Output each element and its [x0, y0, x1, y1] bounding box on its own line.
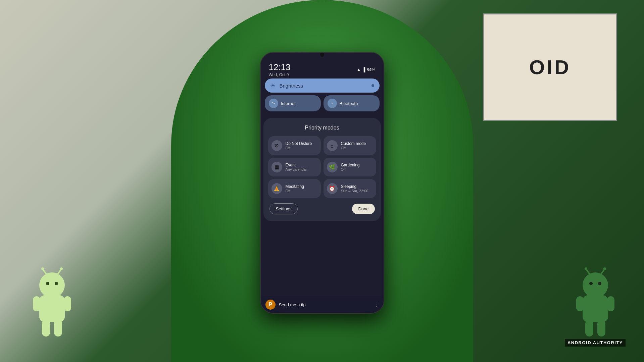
status-date: Wed, Oct 9 [269, 72, 291, 77]
svg-rect-21 [607, 296, 614, 311]
quick-tiles-row: 〜 Internet ᛫ Bluetooth [265, 95, 380, 111]
internet-tile[interactable]: 〜 Internet [265, 95, 321, 111]
phone-screen: 12:13 Wed, Oct 9 ▲ ▐ 84% ☀ Brightness 〜 … [261, 53, 384, 313]
svg-rect-8 [33, 296, 40, 311]
event-text: Event Any calendar [286, 163, 307, 171]
mode-event[interactable]: ▦ Event Any calendar [268, 158, 321, 176]
tip-icon: P [265, 300, 276, 310]
battery-percent: 84% [366, 67, 375, 72]
svg-rect-7 [39, 295, 65, 322]
svg-rect-10 [42, 320, 50, 337]
tip-bar: P Send me a tip ⋮ [261, 296, 384, 313]
svg-line-5 [58, 269, 61, 274]
custom-mode-icon: ⌂ [327, 140, 338, 151]
gardening-text: Gardening Off [341, 163, 360, 171]
gardening-name: Gardening [341, 163, 360, 167]
svg-line-15 [586, 269, 590, 274]
brightness-dot [371, 84, 374, 87]
sleeping-text: Sleeping Sun – Sat, 22:00 [341, 184, 368, 193]
svg-point-13 [589, 282, 593, 285]
meditating-status: Off [286, 189, 304, 193]
svg-rect-20 [576, 296, 584, 311]
svg-point-18 [603, 267, 606, 270]
sleeping-name: Sleeping [341, 184, 368, 189]
tip-text: Send me a tip [279, 302, 370, 307]
meditating-text: Meditating Off [286, 184, 304, 193]
svg-rect-19 [583, 295, 608, 322]
do-not-disturb-icon: ⊘ [271, 140, 282, 151]
mode-gardening[interactable]: 🌿 Gardening Off [324, 158, 376, 176]
event-name: Event [286, 163, 307, 167]
status-icons: ▲ ▐ 84% [356, 67, 375, 72]
custom-mode-text: Custom mode Off [341, 141, 366, 150]
tip-more-icon[interactable]: ⋮ [374, 302, 379, 308]
status-bar: 12:13 Wed, Oct 9 ▲ ▐ 84% [261, 58, 384, 79]
brightness-control[interactable]: ☀ Brightness [265, 79, 380, 93]
svg-point-0 [39, 272, 65, 298]
svg-point-1 [46, 282, 49, 285]
camera-notch [320, 53, 324, 57]
android-figure-right [574, 267, 617, 342]
phone-device: 12:13 Wed, Oct 9 ▲ ▐ 84% ☀ Brightness 〜 … [260, 52, 384, 314]
bluetooth-icon: ᛫ [328, 99, 337, 108]
mode-sleeping[interactable]: ⏰ Sleeping Sun – Sat, 22:00 [324, 179, 376, 198]
gardening-icon: 🌿 [327, 162, 338, 172]
svg-point-2 [55, 282, 58, 285]
bluetooth-tile[interactable]: ᛫ Bluetooth [324, 95, 380, 111]
event-icon: ▦ [271, 162, 282, 172]
battery-icon: ▐ [362, 67, 365, 72]
mode-meditating[interactable]: 🧘 Meditating Off [268, 179, 321, 198]
do-not-disturb-text: Do Not Disturb Off [286, 141, 312, 150]
quick-settings-panel: ☀ Brightness 〜 Internet ᛫ Bluetooth [261, 79, 384, 111]
priority-actions: Settings Done [268, 203, 376, 214]
svg-point-14 [598, 282, 601, 285]
priority-modes-title: Priority modes [268, 125, 376, 131]
svg-rect-23 [597, 320, 605, 337]
svg-point-6 [60, 267, 63, 270]
svg-line-3 [43, 269, 46, 274]
gardening-status: Off [341, 167, 360, 171]
internet-icon: 〜 [269, 99, 278, 108]
do-not-disturb-status: Off [286, 146, 312, 150]
internet-label: Internet [281, 101, 296, 106]
mode-custom[interactable]: ⌂ Custom mode Off [324, 136, 376, 155]
svg-point-16 [585, 267, 587, 270]
watermark: ANDROID AUTHORITY [565, 339, 626, 347]
meditating-icon: 🧘 [271, 183, 282, 194]
background-poster: OID [483, 13, 617, 121]
do-not-disturb-name: Do Not Disturb [286, 141, 312, 146]
meditating-name: Meditating [286, 184, 304, 189]
svg-rect-11 [54, 320, 62, 337]
custom-mode-name: Custom mode [341, 141, 366, 146]
svg-line-17 [601, 269, 604, 274]
wifi-icon: ▲ [356, 67, 361, 72]
svg-rect-9 [64, 296, 71, 311]
done-button[interactable]: Done [352, 204, 375, 214]
custom-mode-status: Off [341, 146, 366, 150]
sleeping-status: Sun – Sat, 22:00 [341, 189, 368, 193]
brightness-icon: ☀ [270, 82, 276, 89]
settings-button[interactable]: Settings [269, 203, 298, 214]
svg-rect-22 [585, 320, 593, 337]
brightness-label: Brightness [280, 83, 371, 89]
svg-point-4 [41, 267, 44, 270]
modes-grid: ⊘ Do Not Disturb Off ⌂ Custom mode Off [268, 136, 376, 198]
sleeping-icon: ⏰ [327, 183, 338, 194]
priority-modes-panel: Priority modes ⊘ Do Not Disturb Off ⌂ Cu… [263, 118, 381, 221]
mode-do-not-disturb[interactable]: ⊘ Do Not Disturb Off [268, 136, 321, 155]
bluetooth-label: Bluetooth [340, 101, 358, 106]
status-time: 12:13 [269, 62, 291, 72]
android-figure-left [30, 267, 74, 342]
event-status: Any calendar [286, 167, 307, 171]
svg-point-12 [583, 272, 608, 298]
